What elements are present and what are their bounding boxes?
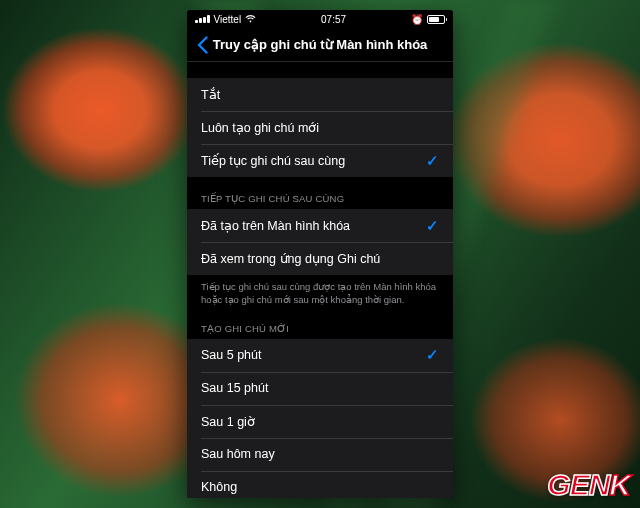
nav-bar: Truy cập ghi chú từ Màn hình khóa bbox=[187, 28, 453, 62]
wifi-icon bbox=[245, 15, 256, 23]
option-1hour[interactable]: Sau 1 giờ bbox=[187, 405, 453, 438]
nav-title: Truy cập ghi chú từ Màn hình khóa bbox=[187, 37, 453, 52]
option-label: Sau 1 giờ bbox=[201, 414, 255, 429]
option-label: Tiếp tục ghi chú sau cùng bbox=[201, 153, 345, 168]
phone-frame: Viettel 07:57 ⏰ Truy cập ghi chú từ Màn … bbox=[187, 10, 453, 498]
group-create-new: TẠO GHI CHÚ MỚI Sau 5 phút ✓ Sau 15 phút… bbox=[187, 323, 453, 498]
carrier-label: Viettel bbox=[214, 14, 242, 25]
settings-content: Tắt Luôn tạo ghi chú mới Tiếp tục ghi ch… bbox=[187, 62, 453, 498]
option-label: Sau 5 phút bbox=[201, 348, 261, 362]
option-label: Sau hôm nay bbox=[201, 447, 275, 461]
group-access: Tắt Luôn tạo ghi chú mới Tiếp tục ghi ch… bbox=[187, 78, 453, 177]
option-label: Không bbox=[201, 480, 237, 494]
option-off[interactable]: Tắt bbox=[187, 78, 453, 111]
signal-icon bbox=[195, 15, 210, 23]
status-right: ⏰ bbox=[411, 14, 445, 25]
status-time: 07:57 bbox=[321, 14, 346, 25]
option-resume-last[interactable]: Tiếp tục ghi chú sau cùng ✓ bbox=[187, 144, 453, 177]
status-bar: Viettel 07:57 ⏰ bbox=[187, 10, 453, 28]
watermark-logo: GENK bbox=[547, 468, 630, 502]
option-label: Đã tạo trên Màn hình khóa bbox=[201, 218, 350, 233]
option-never[interactable]: Không bbox=[187, 471, 453, 498]
check-icon: ✓ bbox=[426, 217, 439, 235]
group-header: TIẾP TỤC GHI CHÚ SAU CÙNG bbox=[187, 193, 453, 209]
option-created-lockscreen[interactable]: Đã tạo trên Màn hình khóa ✓ bbox=[187, 209, 453, 242]
option-15min[interactable]: Sau 15 phút bbox=[187, 372, 453, 405]
option-label: Tắt bbox=[201, 87, 220, 102]
watermark-suffix: K bbox=[609, 468, 630, 501]
alarm-icon: ⏰ bbox=[411, 14, 423, 25]
option-always-new[interactable]: Luôn tạo ghi chú mới bbox=[187, 111, 453, 144]
group-resume: TIẾP TỤC GHI CHÚ SAU CÙNG Đã tạo trên Mà… bbox=[187, 193, 453, 307]
back-button[interactable] bbox=[191, 32, 215, 58]
option-label: Đã xem trong ứng dụng Ghi chú bbox=[201, 251, 380, 266]
option-today[interactable]: Sau hôm nay bbox=[187, 438, 453, 471]
group-header: TẠO GHI CHÚ MỚI bbox=[187, 323, 453, 339]
option-label: Luôn tạo ghi chú mới bbox=[201, 120, 319, 135]
watermark-main: GEN bbox=[547, 468, 609, 501]
battery-icon bbox=[427, 15, 445, 24]
group-footer: Tiếp tục ghi chú sau cùng được tạo trên … bbox=[187, 275, 453, 307]
option-5min[interactable]: Sau 5 phút ✓ bbox=[187, 339, 453, 372]
option-viewed-in-app[interactable]: Đã xem trong ứng dụng Ghi chú bbox=[187, 242, 453, 275]
check-icon: ✓ bbox=[426, 346, 439, 364]
status-left: Viettel bbox=[195, 14, 256, 25]
check-icon: ✓ bbox=[426, 152, 439, 170]
option-label: Sau 15 phút bbox=[201, 381, 268, 395]
